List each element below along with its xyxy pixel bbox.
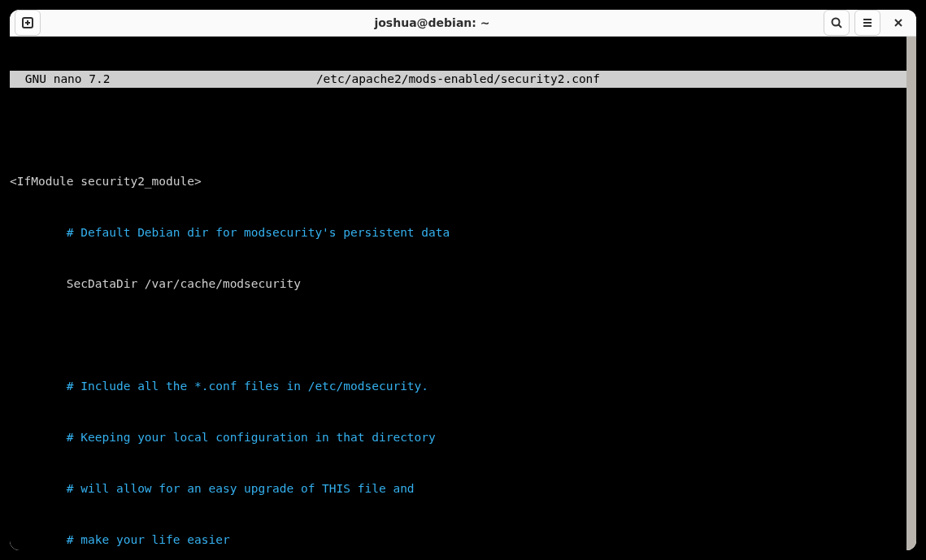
nano-titlebar: GNU nano 7.2 /etc/apache2/mods-enabled/s… [10,71,906,88]
hamburger-icon [861,16,874,29]
close-button[interactable] [885,10,911,36]
plus-box-icon [21,16,34,29]
code-line: # Keeping your local configuration in th… [10,429,906,446]
terminal-window: joshua@debian: ~ GNU nano 7.2 /etc/apach… [10,10,916,550]
svg-point-3 [833,19,840,26]
terminal-area[interactable]: GNU nano 7.2 /etc/apache2/mods-enabled/s… [10,37,916,550]
close-icon [892,16,905,29]
code-line [10,327,906,344]
code-line: # Default Debian dir for modsecurity's p… [10,224,906,241]
search-icon [830,16,843,29]
scrollbar[interactable] [906,37,916,550]
code-line: SecDataDir /var/cache/modsecurity [10,276,906,293]
titlebar: joshua@debian: ~ [10,10,916,37]
svg-line-4 [839,25,842,28]
code-line: # make your life easier [10,532,906,549]
code-line: # will allow for an easy upgrade of THIS… [10,480,906,497]
menu-button[interactable] [854,10,880,36]
editor-body[interactable]: <IfModule security2_module> # Default De… [10,139,906,550]
nano-app-name: GNU nano 7.2 [10,71,111,88]
nano-filename: /etc/apache2/mods-enabled/security2.conf [10,71,906,88]
terminal-content[interactable]: GNU nano 7.2 /etc/apache2/mods-enabled/s… [10,37,906,550]
window-title: joshua@debian: ~ [46,16,819,29]
code-line: # Include all the *.conf files in /etc/m… [10,378,906,395]
code-line: <IfModule security2_module> [10,173,906,190]
new-tab-button[interactable] [15,10,41,36]
search-button[interactable] [824,10,850,36]
